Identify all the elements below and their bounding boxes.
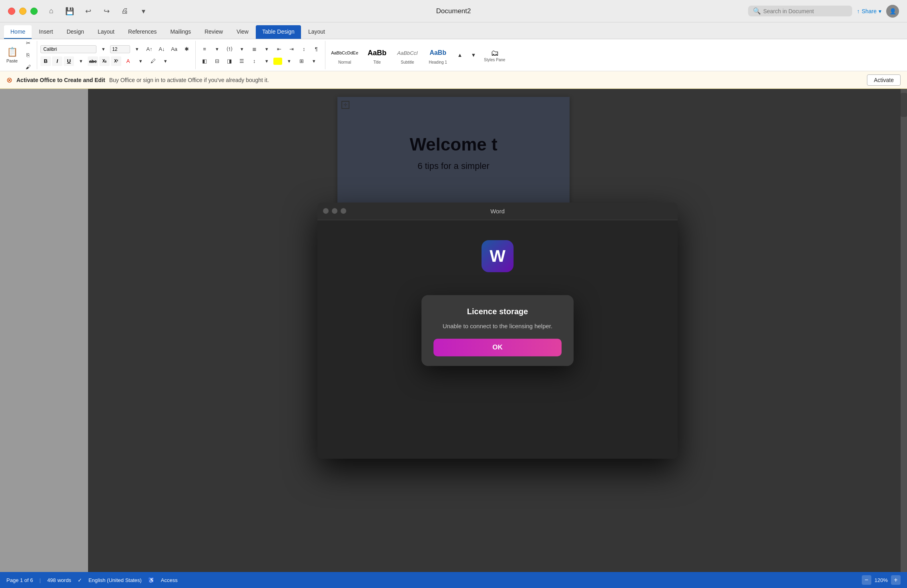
minimize-button[interactable] <box>19 8 26 15</box>
redo-icon[interactable]: ↪ <box>101 6 112 17</box>
superscript-button[interactable]: X² <box>111 56 121 66</box>
font-color-button[interactable]: A <box>122 56 134 66</box>
styles-gallery-scroll-down[interactable]: ▼ <box>468 50 479 60</box>
subscript-button[interactable]: X₂ <box>99 56 110 66</box>
shading-button[interactable] <box>273 58 282 65</box>
style-subtitle[interactable]: AaBbCcI Subtitle <box>393 45 421 65</box>
numbering-arrow[interactable]: ▾ <box>236 44 247 54</box>
cut-button[interactable]: ✂ <box>22 39 34 48</box>
close-button[interactable] <box>8 8 15 15</box>
main-area: ✛ Welcome t 6 tips for a simpler Quick a… <box>0 89 907 572</box>
change-case-button[interactable]: Aa <box>169 44 180 54</box>
italic-button[interactable]: I <box>52 56 62 66</box>
word-close-dot[interactable] <box>323 208 329 214</box>
increase-indent-button[interactable]: ⇥ <box>286 44 297 54</box>
ribbon-tabs: Home Insert Design Layout References Mai… <box>0 22 907 39</box>
zoom-level: 120% <box>875 577 888 583</box>
license-ok-button[interactable]: OK <box>433 339 562 356</box>
word-window-title: Word <box>490 208 505 215</box>
zoom-controls: − 120% + <box>862 575 901 585</box>
line-spacing-arrow[interactable]: ▾ <box>261 56 272 66</box>
highlight-button[interactable]: 🖊 <box>147 56 159 66</box>
format-painter-button[interactable]: 🖌 <box>22 62 34 72</box>
numbering-button[interactable]: ⑴ <box>224 44 235 54</box>
share-button[interactable]: ↑ Share ▾ <box>857 8 881 14</box>
borders-arrow[interactable]: ▾ <box>308 56 319 66</box>
bullets-arrow[interactable]: ▾ <box>211 44 223 54</box>
user-avatar[interactable]: 👤 <box>886 5 899 18</box>
font-size-dropdown-arrow[interactable]: ▾ <box>131 44 142 54</box>
paste-button[interactable]: 📋 Paste <box>3 43 21 67</box>
maximize-button[interactable] <box>30 8 38 15</box>
copy-button[interactable]: ⎘ <box>22 50 34 60</box>
spell-check-icon[interactable]: ✓ <box>78 577 82 583</box>
align-center-button[interactable]: ⊟ <box>211 56 223 66</box>
multilevel-button[interactable]: ≣ <box>249 44 260 54</box>
underline-button[interactable]: U <box>64 56 74 66</box>
font-size-dropdown[interactable]: 12 <box>110 45 130 53</box>
strikethrough-button[interactable]: abc <box>88 56 98 66</box>
zoom-out-button[interactable]: − <box>862 575 871 585</box>
word-maximize-dot[interactable] <box>341 208 346 214</box>
font-color-arrow[interactable]: ▾ <box>135 56 146 66</box>
borders-button[interactable]: ⊞ <box>296 56 307 66</box>
decrease-indent-button[interactable]: ⇤ <box>273 44 285 54</box>
tab-table-design[interactable]: Table Design <box>256 25 301 39</box>
tab-references[interactable]: References <box>122 25 163 39</box>
bullets-button[interactable]: ≡ <box>199 44 210 54</box>
style-title-preview: AaBb <box>368 46 387 60</box>
styles-gallery-scroll-up[interactable]: ▲ <box>454 50 466 60</box>
paste-section: 📋 Paste ✂ ⎘ 🖌 <box>3 41 37 69</box>
home-icon[interactable]: ⌂ <box>46 6 57 17</box>
style-subtitle-label: Subtitle <box>401 60 414 64</box>
word-count: 498 words <box>47 577 71 583</box>
styles-pane-button[interactable]: 🗂 Styles Pane <box>482 48 508 63</box>
tab-review[interactable]: Review <box>198 25 229 39</box>
font-family-dropdown-arrow[interactable]: ▾ <box>98 44 109 54</box>
font-family-dropdown[interactable]: Calibri <box>40 45 96 53</box>
language[interactable]: English (United States) <box>88 577 142 583</box>
tab-insert[interactable]: Insert <box>32 25 59 39</box>
show-marks-button[interactable]: ¶ <box>311 44 322 54</box>
activate-button[interactable]: Activate <box>867 74 901 86</box>
tab-design[interactable]: Design <box>60 25 90 39</box>
decrease-font-button[interactable]: A↓ <box>156 44 167 54</box>
word-minimize-dot[interactable] <box>332 208 337 214</box>
justify-button[interactable]: ☰ <box>236 56 247 66</box>
font-section: Calibri ▾ 12 ▾ A↑ A↓ Aa ✱ B I U ▾ abc X₂… <box>40 41 196 69</box>
style-heading1[interactable]: AaBb Heading 1 <box>424 45 452 65</box>
tab-view[interactable]: View <box>230 25 255 39</box>
page-info: Page 1 of 6 <box>6 577 33 583</box>
clear-formatting-button[interactable]: ✱ <box>181 44 192 54</box>
shading-arrow[interactable]: ▾ <box>283 56 295 66</box>
word-app-icon: W <box>482 240 514 272</box>
tab-home[interactable]: Home <box>4 25 32 39</box>
bold-button[interactable]: B <box>40 56 51 66</box>
highlight-arrow[interactable]: ▾ <box>160 56 171 66</box>
word-letter-icon: W <box>490 247 506 266</box>
align-left-button[interactable]: ◧ <box>199 56 210 66</box>
search-box[interactable]: 🔍 <box>748 6 852 16</box>
save-icon[interactable]: 💾 <box>64 6 75 17</box>
tab-layout[interactable]: Layout <box>91 25 121 39</box>
zoom-in-button[interactable]: + <box>891 575 901 585</box>
status-right: − 120% + <box>862 575 901 585</box>
undo-icon[interactable]: ↩ <box>82 6 94 17</box>
tab-layout2[interactable]: Layout <box>302 25 331 39</box>
print-icon[interactable]: 🖨 <box>119 6 130 17</box>
multilevel-arrow[interactable]: ▾ <box>261 44 272 54</box>
accessibility-icon[interactable]: ♿ <box>148 577 155 583</box>
align-right-button[interactable]: ◨ <box>224 56 235 66</box>
tab-mailings[interactable]: Mailings <box>164 25 197 39</box>
sort-button[interactable]: ↕ <box>298 44 309 54</box>
underline-arrow[interactable]: ▾ <box>75 56 86 66</box>
word-window-dots <box>323 208 346 214</box>
license-dialog: Licence storage Unable to connect to the… <box>421 295 574 366</box>
search-input[interactable] <box>763 8 847 14</box>
line-spacing-button[interactable]: ↕ <box>249 56 260 66</box>
increase-font-button[interactable]: A↑ <box>144 44 155 54</box>
style-title[interactable]: AaBb Title <box>363 45 391 65</box>
customize-icon[interactable]: ▾ <box>138 6 149 17</box>
style-normal[interactable]: AaBbCcDdEe Normal <box>329 45 361 65</box>
accessibility-label[interactable]: Access <box>161 577 178 583</box>
